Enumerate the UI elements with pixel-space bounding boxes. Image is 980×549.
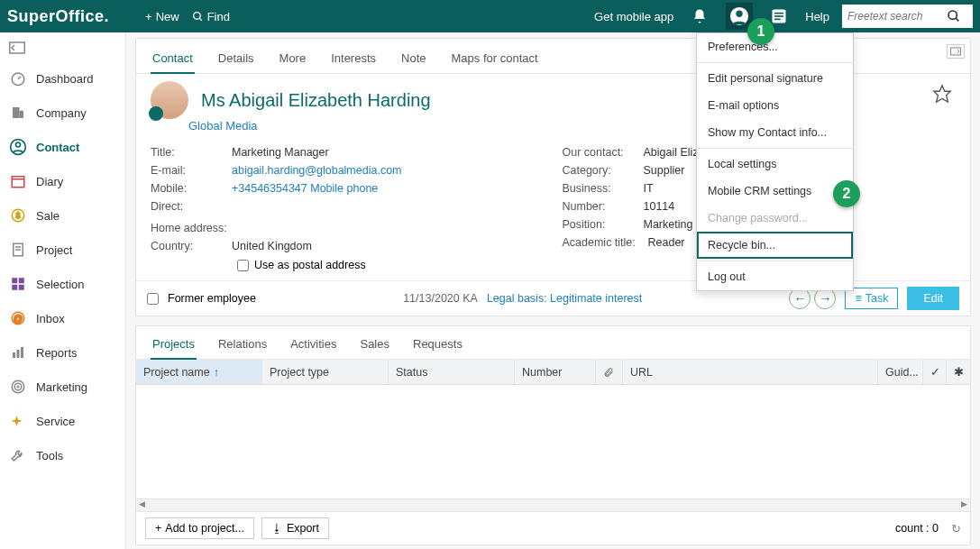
- col-project-type[interactable]: Project type: [262, 360, 389, 384]
- sidebar-item-label: Contact: [36, 141, 79, 154]
- tab-details[interactable]: Details: [216, 44, 256, 73]
- plus-icon: +: [155, 522, 161, 535]
- tab-more[interactable]: More: [278, 44, 308, 73]
- sidebar-item-inbox[interactable]: @Inbox: [0, 301, 125, 335]
- sidebar-item-contact[interactable]: Contact: [0, 130, 125, 164]
- star-icon[interactable]: [932, 84, 952, 104]
- mobile-value[interactable]: +34546354347 Mobile phone: [232, 182, 378, 195]
- avatar: [151, 81, 188, 119]
- menu-item-show-my-contact-info[interactable]: Show my Contact info...: [697, 119, 853, 146]
- svg-rect-30: [13, 352, 15, 358]
- menu-item-recycle-bin[interactable]: Recycle bin...: [697, 232, 853, 259]
- svg-point-8: [948, 11, 957, 19]
- marketing-icon: [9, 378, 27, 396]
- menu-item-log-out[interactable]: Log out: [697, 263, 853, 290]
- details-left: Title:Marketing Manager E-mail:abigail.h…: [151, 143, 545, 271]
- expand-icon[interactable]: [947, 44, 965, 59]
- menu-item-e-mail-options[interactable]: E-mail options: [697, 92, 853, 119]
- subtab-relations[interactable]: Relations: [216, 330, 269, 359]
- subtab-sales[interactable]: Sales: [358, 330, 391, 359]
- sidebar-item-diary[interactable]: Diary: [0, 164, 125, 198]
- col-url[interactable]: URL: [623, 360, 878, 384]
- tab-note[interactable]: Note: [399, 44, 427, 73]
- menu-item-mobile-crm-settings[interactable]: Mobile CRM settings: [697, 178, 853, 205]
- menu-item-preferences[interactable]: Preferences...: [697, 33, 853, 60]
- col-number[interactable]: Number: [515, 360, 596, 384]
- col-project-name[interactable]: Project name↑: [136, 360, 262, 384]
- number-value: 10114: [644, 200, 675, 213]
- svg-line-1: [199, 18, 202, 21]
- menu-item-local-settings[interactable]: Local settings: [697, 151, 853, 178]
- service-icon: [9, 412, 27, 430]
- download-icon: ⭳: [271, 522, 283, 535]
- direct-label: Direct:: [151, 200, 232, 213]
- former-label: Former employee: [168, 292, 256, 305]
- svg-line-9: [956, 18, 958, 21]
- country-label: Country:: [151, 240, 232, 252]
- sidebar-item-label: Sale: [36, 209, 60, 223]
- sidenav-toggle-icon[interactable]: [9, 41, 31, 54]
- search-box[interactable]: [842, 5, 973, 28]
- export-button[interactable]: ⭳Export: [261, 517, 329, 539]
- callout-badge-1: 1: [747, 18, 774, 45]
- postal-label: Use as postal address: [254, 259, 366, 271]
- sidebar-item-marketing[interactable]: Marketing: [0, 370, 125, 404]
- tab-interests[interactable]: Interests: [329, 44, 378, 73]
- help-link[interactable]: Help: [805, 10, 829, 23]
- reports-icon: [9, 343, 27, 361]
- horizontal-scrollbar[interactable]: [136, 499, 970, 511]
- svg-rect-25: [19, 278, 24, 283]
- sidebar-item-project[interactable]: Project: [0, 233, 125, 267]
- svg-rect-27: [19, 285, 24, 290]
- check-icon: ✓: [930, 365, 940, 379]
- mobile-label: Mobile:: [151, 182, 232, 195]
- menu-separator: [697, 148, 853, 149]
- subtab-activities[interactable]: Activities: [289, 330, 338, 359]
- svg-rect-7: [774, 19, 781, 21]
- sidebar-item-label: Marketing: [36, 380, 87, 394]
- topbar: SuperOffice. + New Find Get mobile app H…: [0, 0, 980, 32]
- country-value: United Kingdom: [232, 240, 312, 252]
- col-guid[interactable]: Guid...: [878, 360, 923, 384]
- svg-point-35: [17, 386, 19, 388]
- search-icon[interactable]: [947, 9, 961, 23]
- postal-checkbox[interactable]: [237, 260, 249, 271]
- menu-item-edit-personal-signature[interactable]: Edit personal signature: [697, 65, 853, 92]
- bell-icon[interactable]: [686, 3, 713, 30]
- new-button[interactable]: + New: [145, 10, 179, 23]
- tab-maps-for-contact[interactable]: Maps for contact: [450, 44, 540, 73]
- edit-button[interactable]: Edit: [907, 287, 959, 310]
- legal-basis-link[interactable]: Legal basis: Legitimate interest: [487, 292, 642, 305]
- col-check[interactable]: ✓: [923, 360, 947, 384]
- svg-rect-17: [12, 177, 24, 188]
- inbox-icon: @: [9, 309, 27, 327]
- our-contact-label: Our contact:: [563, 146, 644, 159]
- col-attachment[interactable]: [596, 360, 623, 384]
- subtab-projects[interactable]: Projects: [151, 330, 197, 360]
- svg-rect-32: [21, 347, 23, 358]
- refresh-icon[interactable]: ↻: [951, 522, 961, 535]
- sidebar-item-label: Inbox: [36, 312, 65, 325]
- col-settings[interactable]: ✱: [947, 360, 970, 384]
- sidebar-item-selection[interactable]: Selection: [0, 267, 125, 301]
- find-button[interactable]: Find: [192, 10, 230, 23]
- sidebar-item-sale[interactable]: $Sale: [0, 198, 125, 233]
- svg-rect-14: [20, 111, 24, 118]
- tab-contact[interactable]: Contact: [151, 44, 195, 74]
- subtab-requests[interactable]: Requests: [411, 330, 464, 359]
- former-checkbox[interactable]: [147, 293, 159, 305]
- sidebar-item-company[interactable]: Company: [0, 96, 125, 130]
- add-to-project-button[interactable]: +Add to project...: [145, 517, 254, 539]
- sidebar-item-dashboard[interactable]: Dashboard: [0, 61, 125, 96]
- sidebar-item-tools[interactable]: Tools: [0, 438, 125, 472]
- project-icon: [9, 241, 27, 259]
- sidebar-item-reports[interactable]: Reports: [0, 335, 125, 370]
- col-status[interactable]: Status: [389, 360, 515, 384]
- sidebar-item-service[interactable]: Service: [0, 404, 125, 438]
- svg-point-16: [16, 142, 21, 147]
- svg-rect-26: [12, 285, 17, 290]
- search-input[interactable]: [847, 10, 947, 23]
- status-date: 11/13/2020 KA: [403, 292, 478, 305]
- mobile-app-link[interactable]: Get mobile app: [594, 10, 673, 23]
- email-value[interactable]: abigail.harding@globalmedia.com: [232, 164, 402, 177]
